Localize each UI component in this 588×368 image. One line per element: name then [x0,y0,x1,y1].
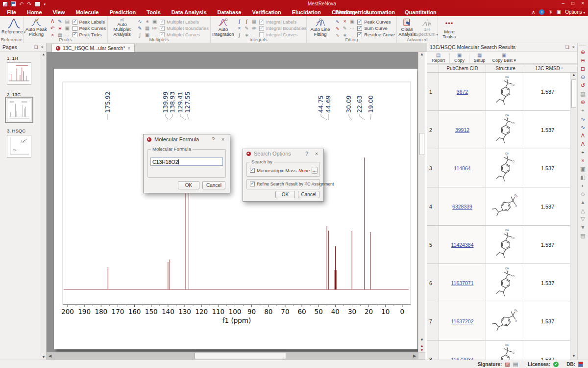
page-item-2-13c[interactable]: 2. 13C [7,92,41,121]
scrollbar-thumb[interactable] [571,79,576,108]
checkbox-icon[interactable] [259,26,264,31]
dialog-title-bar[interactable]: Search Options ? × [243,149,323,158]
spectrum-page[interactable]: 2001901801701601501401301201101009080706… [54,69,417,349]
results-scrollbar[interactable]: ▲ ▼ [570,73,577,360]
previous-page-icon[interactable]: ▲ [418,343,425,348]
refine-checkbox[interactable] [250,182,255,186]
column-header-rmsd[interactable]: 13C RMSD^ [525,65,570,72]
zoom-out-icon[interactable]: ⊖ [578,56,588,65]
menu-item-data-analysis[interactable]: Data Analysis [172,9,207,15]
delete-cuts-icon[interactable]: × [578,157,588,165]
scroll-down-icon[interactable]: ▼ [41,354,46,360]
integral-table-icon[interactable]: ▦ [250,18,258,25]
checkbox-icon[interactable] [73,26,77,31]
table-row[interactable]: 136721.537 [427,73,570,111]
cube-3d-icon[interactable]: ◇ [578,190,588,198]
last-page-icon[interactable]: ▼ [578,223,588,232]
column-header-pubchem-cid[interactable]: PubChem CID [439,65,486,72]
checkbox-integral-labels[interactable]: Integral Labels [259,19,306,25]
checkbox-multiplet-boundaries[interactable]: Multiplet Boundaries [160,26,209,31]
info-icon[interactable]: i [539,9,544,15]
table-row[interactable]: 2399121.537 [427,111,570,149]
copy-button[interactable]: ▣Copy [452,53,467,63]
pubchem-cid-link[interactable]: 11637202 [451,318,474,324]
reference-button[interactable]: Reference▾ [1,17,25,37]
table-row[interactable]: 6116370711.537 [427,264,570,302]
menu-item-molecule[interactable]: Molecule [75,9,98,15]
pubchem-cid-link[interactable]: 11637071 [451,280,474,286]
pubchem-cid-link[interactable]: 3672 [457,89,468,95]
page-thumbnail[interactable] [7,62,31,85]
previous-page-icon[interactable]: △ [578,207,588,215]
menu-item-view[interactable]: View [53,9,65,15]
menu-item-database[interactable]: Database [218,9,242,15]
fit-edit-icon[interactable]: ∿ [334,25,341,32]
page-item-1-1h[interactable]: 1. 1H [7,55,41,85]
menu-item-verification[interactable]: Verification [252,9,281,15]
checkbox-peak-labels[interactable]: Peak Labels [73,19,106,25]
settings-gear-icon[interactable]: ✳ [548,9,552,15]
checkbox-multiplet-labels[interactable]: Multiplet Labels [160,19,209,25]
copy-icon[interactable]: ▣ [64,25,71,32]
report-button[interactable]: ▤Report [429,53,447,63]
zoom-previous-icon[interactable]: ⊛ [578,98,588,106]
float-panel-icon[interactable]: ❏ [34,45,38,50]
peak-pick-icon[interactable]: Λ [49,18,56,25]
quick-access-dropdown-icon[interactable]: ▾ [44,1,46,7]
peak-edit-icon[interactable]: ↶ [49,25,56,32]
spectrum-1h-button[interactable]: 1H Spectrum▾ [417,17,436,37]
menu-item-file[interactable]: File [7,9,16,15]
scroll-left-icon[interactable]: ◀ [47,354,53,358]
checkbox-icon[interactable] [160,20,165,25]
ok-button[interactable]: OK [178,181,199,189]
close-button[interactable]: × [581,0,584,6]
first-page-icon[interactable]: ▲ [578,198,588,207]
multiplet-pick-icon[interactable]: ∿ [136,18,144,25]
integral-pick-icon[interactable]: ∫ [236,18,243,25]
peak-pick-icon[interactable]: Λ [578,131,588,140]
copy-best-button[interactable]: ▣Copy Best ▾ [490,53,519,63]
tab-close-icon[interactable]: × [127,46,130,51]
signature-invalid-icon[interactable]: ▨ [505,361,510,368]
dialog-title-bar[interactable]: Molecular Formula ? × [144,134,230,144]
scroll-up-icon[interactable]: ▲ [41,52,46,57]
layers-icon[interactable]: ▣ [557,9,561,15]
pan-icon[interactable]: + [578,106,588,115]
checkbox-integral-boundaries[interactable]: Integral Boundaries [259,26,306,31]
scrollbar-thumb[interactable] [195,353,286,359]
fit-pick-icon[interactable]: ∿ [334,18,341,25]
print-preview-icon[interactable]: ▤ [578,90,588,98]
ok-button[interactable]: OK [275,191,295,198]
scroll-up-icon[interactable]: ▲ [418,52,425,58]
table-row[interactable]: 5114243841.537 [427,226,570,264]
pencil-icon[interactable]: ✎ [243,25,250,32]
checkbox-sum-curve[interactable]: Sum Curve [357,26,395,31]
pubchem-cid-link[interactable]: 114864 [454,165,470,171]
more-tools-button[interactable]: ••• More Tools▾ [440,17,459,37]
license-valid-icon[interactable]: ✓ [553,362,559,367]
image-a-icon[interactable]: ▣ [348,18,356,25]
help-icon[interactable]: ? [303,151,310,157]
checkbox-icon[interactable] [160,26,165,31]
document-tab[interactable]: 13C_HSQC M...ular Search* × [51,44,135,52]
palette-icon[interactable]: ◐ [578,182,588,190]
toolbar-grip[interactable]: ⋯⋯ [578,44,588,48]
scroll-right-icon[interactable]: ▶ [411,354,418,358]
close-icon[interactable]: × [220,136,226,142]
menu-item-prediction[interactable]: Prediction [109,9,136,15]
cancel-button[interactable]: Cancel [298,191,319,198]
next-page-icon[interactable]: ▼ [418,348,425,352]
scroll-down-icon[interactable]: ▼ [418,338,425,343]
menu-item-automation[interactable]: Automation [365,9,395,15]
canvas-vertical-scrollbar[interactable]: ▲ ▼ [418,52,425,343]
document-canvas[interactable]: 2001901801701601501401301201101009080706… [47,52,418,352]
scroll-down-icon[interactable]: ▼ [570,354,577,360]
menu-item-home[interactable]: Home [27,9,42,15]
close-panel-icon[interactable]: × [572,45,575,50]
table-row[interactable]: 7116372021.537 [427,302,570,341]
multiplet-table-icon[interactable]: ▦ [144,25,151,32]
auto-multiplet-analysis-button[interactable]: Auto Multiplet Analysis [109,17,135,37]
signature-stamp-icon[interactable]: ▤ [513,361,518,368]
pubchem-cid-link[interactable]: 11424384 [451,242,474,248]
print-icon[interactable] [35,2,40,6]
